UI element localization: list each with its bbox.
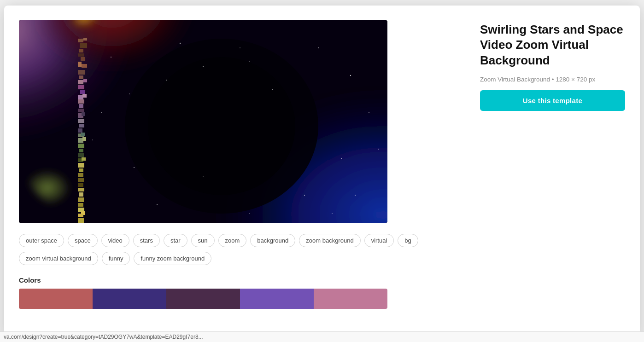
svg-point-64 [203, 176, 203, 177]
right-panel: Swirling Stars and Space Video Zoom Virt… [465, 6, 640, 337]
colors-section: Colors [19, 276, 450, 309]
svg-point-57 [318, 47, 319, 48]
svg-rect-43 [78, 173, 83, 177]
svg-point-69 [355, 195, 356, 196]
color-swatch [19, 289, 93, 309]
tag[interactable]: zoom background [299, 234, 360, 247]
template-meta: Zoom Virtual Background • 1280 × 720 px [480, 76, 625, 83]
tag[interactable]: background [250, 234, 295, 247]
svg-point-60 [341, 158, 342, 159]
svg-point-58 [350, 75, 351, 75]
svg-point-62 [249, 213, 250, 214]
color-swatch [166, 289, 240, 309]
svg-point-7 [26, 122, 146, 214]
svg-rect-50 [78, 208, 84, 212]
tag[interactable]: video [101, 234, 129, 247]
use-template-button[interactable]: Use this template [480, 90, 625, 111]
svg-rect-24 [78, 99, 84, 104]
svg-point-68 [378, 149, 379, 150]
svg-rect-31 [78, 128, 82, 133]
color-swatch [240, 289, 314, 309]
tag[interactable]: bg [398, 234, 418, 247]
svg-rect-30 [79, 124, 84, 128]
tag[interactable]: zoom virtual background [19, 252, 98, 265]
svg-rect-41 [78, 163, 84, 168]
svg-rect-17 [79, 75, 83, 79]
svg-rect-26 [78, 109, 84, 112]
tag[interactable]: funny [102, 252, 130, 265]
svg-rect-38 [78, 153, 84, 157]
tag[interactable]: funny zoom background [134, 252, 211, 265]
svg-rect-44 [78, 178, 84, 182]
svg-rect-49 [78, 203, 83, 207]
svg-point-59 [369, 112, 369, 113]
svg-point-65 [272, 89, 273, 90]
svg-point-75 [134, 167, 135, 168]
tag[interactable]: outer space [19, 234, 64, 247]
svg-rect-42 [79, 168, 83, 172]
svg-rect-11 [79, 49, 83, 52]
tag[interactable]: star [164, 234, 187, 247]
svg-rect-52 [78, 214, 83, 217]
statusbar: va.com/design?create=true&category=tAD29… [0, 331, 644, 342]
svg-point-73 [101, 112, 102, 113]
svg-rect-40 [82, 157, 86, 161]
svg-rect-46 [78, 188, 84, 191]
svg-point-70 [332, 213, 333, 214]
preview-image [19, 20, 387, 223]
svg-rect-37 [79, 149, 83, 152]
svg-point-61 [304, 194, 305, 195]
svg-rect-12 [78, 53, 84, 57]
svg-rect-23 [82, 94, 87, 98]
svg-point-55 [180, 42, 181, 43]
svg-point-6 [148, 57, 295, 195]
svg-rect-9 [83, 38, 87, 41]
tag[interactable]: space [68, 234, 98, 247]
status-url: va.com/design?create=true&category=tAD29… [4, 334, 203, 340]
tags-row-2: zoom virtual backgroundfunnyfunny zoom b… [19, 252, 450, 265]
tag[interactable]: sun [191, 234, 215, 247]
svg-point-63 [157, 204, 158, 205]
svg-point-67 [203, 65, 204, 66]
svg-rect-15 [82, 64, 87, 68]
colors-row [19, 289, 387, 309]
colors-label: Colors [19, 276, 450, 284]
svg-point-66 [240, 47, 240, 48]
color-swatch [93, 289, 166, 309]
svg-rect-8 [78, 39, 83, 42]
svg-point-74 [92, 139, 93, 140]
svg-point-56 [249, 61, 250, 62]
color-swatch [314, 289, 387, 309]
tag[interactable]: zoom [218, 234, 247, 247]
svg-rect-35 [82, 137, 86, 141]
tags-row-1: outer spacespacevideostarsstarsunzoombac… [19, 234, 450, 247]
svg-rect-13 [81, 57, 85, 61]
svg-point-54 [111, 57, 111, 58]
tag[interactable]: virtual [364, 234, 394, 247]
template-title: Swirling Stars and Space Video Zoom Virt… [480, 22, 625, 69]
left-panel: outer spacespacevideostarsstarsunzoombac… [4, 6, 465, 337]
tags-section: outer spacespacevideostarsstarsunzoombac… [19, 234, 450, 265]
svg-rect-48 [78, 197, 84, 202]
svg-rect-19 [83, 79, 87, 82]
svg-rect-28 [82, 112, 85, 116]
modal: outer spacespacevideostarsstarsunzoombac… [4, 6, 640, 337]
svg-rect-14 [78, 62, 82, 67]
svg-rect-47 [79, 192, 83, 197]
svg-rect-18 [78, 80, 83, 84]
svg-rect-16 [78, 70, 85, 75]
svg-rect-10 [80, 43, 87, 48]
svg-point-72 [129, 93, 130, 94]
tag[interactable]: stars [133, 234, 160, 247]
svg-rect-21 [80, 90, 85, 94]
svg-rect-25 [79, 104, 83, 108]
svg-rect-45 [78, 183, 83, 187]
svg-rect-36 [78, 144, 84, 148]
svg-point-76 [166, 80, 167, 81]
svg-rect-29 [78, 119, 84, 123]
svg-rect-20 [78, 85, 84, 89]
svg-rect-53 [78, 218, 84, 223]
svg-rect-33 [81, 133, 85, 136]
